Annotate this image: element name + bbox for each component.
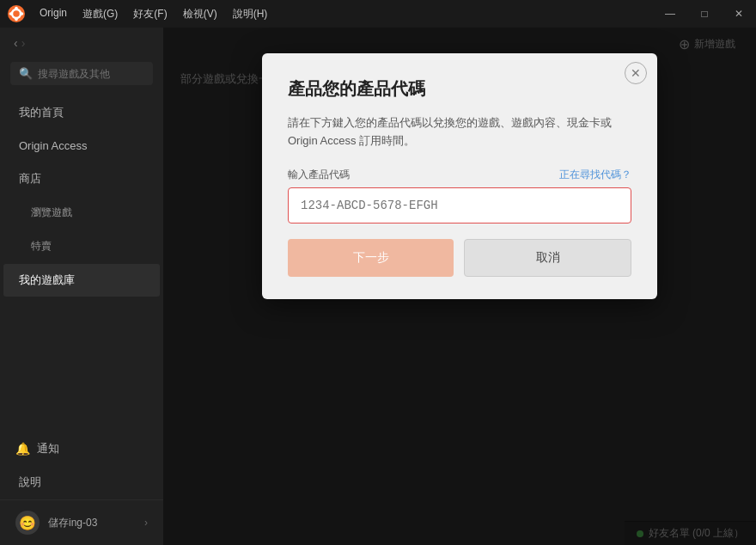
sidebar-item-library[interactable]: 我的遊戲庫 bbox=[3, 264, 160, 297]
search-input[interactable] bbox=[38, 68, 144, 80]
main-content: ⊕ 新增遊戲 部分遊戲或兌換一 好友名單 (0/0 上線） ✕ 產品您的產品代碼… bbox=[163, 28, 756, 545]
menu-help[interactable]: 說明(H) bbox=[226, 3, 275, 25]
origin-logo bbox=[7, 4, 26, 23]
input-label: 輸入產品代碼 bbox=[288, 168, 350, 182]
cancel-button[interactable]: 取消 bbox=[464, 239, 631, 277]
forward-arrow-icon: › bbox=[21, 36, 26, 50]
svg-point-5 bbox=[21, 12, 24, 15]
sidebar-item-help[interactable]: 說明 bbox=[3, 466, 160, 499]
app-layout: ‹ › 🔍 我的首頁 Origin Access 商店 瀏覽遊戲 特賣 我的遊戲… bbox=[0, 28, 756, 545]
menu-games[interactable]: 遊戲(G) bbox=[76, 3, 125, 25]
product-code-input[interactable] bbox=[289, 188, 631, 223]
dialog-description: 請在下方鍵入您的產品代碼以兌換您的遊戲、遊戲內容、現金卡或 Origin Acc… bbox=[288, 114, 631, 150]
sidebar-item-origin-access[interactable]: Origin Access bbox=[3, 131, 160, 161]
sidebar-nav: 我的首頁 Origin Access 商店 瀏覽遊戲 特賣 我的遊戲庫 bbox=[0, 95, 163, 432]
notification-label: 通知 bbox=[37, 441, 59, 456]
sidebar-item-deals[interactable]: 特賣 bbox=[3, 230, 160, 262]
expand-icon[interactable]: › bbox=[144, 517, 148, 529]
bell-icon: 🔔 bbox=[15, 442, 30, 456]
username-label: 儲存ing-03 bbox=[48, 516, 97, 530]
code-input-wrapper bbox=[288, 187, 631, 224]
product-code-dialog: ✕ 產品您的產品代碼 請在下方鍵入您的產品代碼以兌換您的遊戲、遊戲內容、現金卡或… bbox=[262, 53, 657, 299]
sidebar-user-area: 😊 儲存ing-03 › bbox=[0, 499, 163, 545]
svg-point-3 bbox=[15, 18, 18, 21]
sidebar-item-store[interactable]: 商店 bbox=[3, 162, 160, 195]
close-button[interactable]: ✕ bbox=[722, 0, 756, 28]
sidebar: ‹ › 🔍 我的首頁 Origin Access 商店 瀏覽遊戲 特賣 我的遊戲… bbox=[0, 28, 163, 545]
svg-point-4 bbox=[9, 12, 13, 15]
dialog-title: 產品您的產品代碼 bbox=[288, 77, 631, 101]
menu-origin[interactable]: Origin bbox=[33, 3, 74, 25]
dialog-actions: 下一步 取消 bbox=[288, 239, 631, 277]
input-label-row: 輸入產品代碼 正在尋找代碼？ bbox=[288, 168, 631, 182]
back-button[interactable]: ‹ › bbox=[14, 36, 25, 50]
find-code-link[interactable]: 正在尋找代碼？ bbox=[559, 168, 631, 182]
search-icon: 🔍 bbox=[19, 67, 33, 80]
sidebar-item-notifications[interactable]: 🔔 通知 bbox=[0, 432, 163, 465]
window-controls: — □ ✕ bbox=[653, 0, 756, 28]
sidebar-item-home[interactable]: 我的首頁 bbox=[3, 96, 160, 129]
menu-view[interactable]: 檢視(V) bbox=[176, 3, 224, 25]
modal-overlay: ✕ 產品您的產品代碼 請在下方鍵入您的產品代碼以兌換您的遊戲、遊戲內容、現金卡或… bbox=[163, 28, 756, 545]
maximize-button[interactable]: □ bbox=[687, 0, 722, 28]
search-bar[interactable]: 🔍 bbox=[10, 62, 153, 85]
next-button[interactable]: 下一步 bbox=[288, 239, 454, 277]
minimize-button[interactable]: — bbox=[653, 0, 687, 28]
svg-point-2 bbox=[15, 7, 18, 10]
menu-friends[interactable]: 好友(F) bbox=[126, 3, 174, 25]
avatar[interactable]: 😊 bbox=[15, 511, 40, 535]
dialog-close-button[interactable]: ✕ bbox=[625, 62, 647, 84]
menu-bar: Origin 遊戲(G) 好友(F) 檢視(V) 說明(H) bbox=[33, 3, 274, 25]
code-input-section: 輸入產品代碼 正在尋找代碼？ bbox=[288, 168, 631, 224]
titlebar: Origin 遊戲(G) 好友(F) 檢視(V) 說明(H) — □ ✕ bbox=[0, 0, 756, 28]
sidebar-item-browse[interactable]: 瀏覽遊戲 bbox=[3, 197, 160, 229]
back-arrow-icon: ‹ bbox=[14, 36, 18, 50]
sidebar-back-nav: ‹ › bbox=[0, 28, 163, 58]
